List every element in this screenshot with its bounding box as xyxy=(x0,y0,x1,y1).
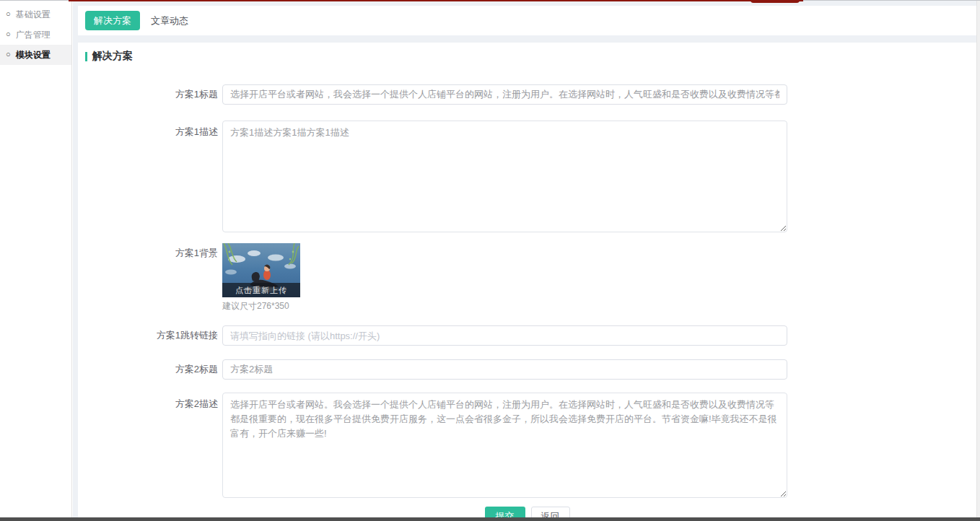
top-red-line xyxy=(69,0,803,1)
reupload-overlay-button[interactable]: 点击重新上传 xyxy=(222,283,300,297)
plan1-link-row: 方案1跳转链接 xyxy=(78,325,976,346)
plan1-title-input[interactable] xyxy=(222,84,787,105)
section-title: 解决方案 xyxy=(92,50,133,63)
sidebar: ○ 基础设置 ○ 广告管理 ○ 模块设置 xyxy=(0,1,72,521)
section-accent-bar xyxy=(85,52,87,61)
plan1-bg-upload[interactable]: 点击重新上传 xyxy=(222,243,300,297)
window-bottom-edge xyxy=(0,517,980,521)
plan1-bg-row: 方案1背景 xyxy=(78,243,976,312)
radio-circle-icon: ○ xyxy=(6,10,11,18)
plan1-title-label: 方案1标题 xyxy=(78,84,222,105)
page: ○ 基础设置 ○ 广告管理 ○ 模块设置 解决方案 文章动态 解决方案 方案1标… xyxy=(0,0,980,521)
top-red-blob xyxy=(751,0,800,3)
form-footer: 提交 返回 xyxy=(78,507,976,517)
main-content: 解决方案 文章动态 解决方案 方案1标题 方案1描述 方案1描述方案1描方案1描… xyxy=(73,1,976,521)
submit-button[interactable]: 提交 xyxy=(485,507,525,517)
plan1-bg-field: 点击重新上传 建议尺寸276*350 xyxy=(222,243,300,312)
tab-bar: 解决方案 文章动态 xyxy=(78,6,976,35)
sidebar-item-label: 模块设置 xyxy=(16,49,51,61)
plan1-link-label: 方案1跳转链接 xyxy=(78,325,222,346)
sidebar-item-basic-settings[interactable]: ○ 基础设置 xyxy=(0,4,71,25)
sidebar-item-label: 广告管理 xyxy=(16,29,51,41)
radio-circle-icon: ○ xyxy=(6,51,11,58)
vertical-scrollbar[interactable] xyxy=(976,0,980,521)
plan2-title-label: 方案2标题 xyxy=(78,359,222,380)
plan2-desc-label: 方案2描述 xyxy=(78,393,222,498)
plan2-desc-textarea[interactable]: 选择开店平台或者网站。我会选择一个提供个人店铺平台的网站，注册为用户。在选择网站… xyxy=(222,393,787,498)
plan1-title-row: 方案1标题 xyxy=(78,84,976,105)
tab-solutions[interactable]: 解决方案 xyxy=(85,11,140,30)
plan1-desc-row: 方案1描述 方案1描述方案1描方案1描述 xyxy=(78,121,976,232)
size-hint: 建议尺寸276*350 xyxy=(222,300,300,312)
plan2-desc-row: 方案2描述 选择开店平台或者网站。我会选择一个提供个人店铺平台的网站，注册为用户… xyxy=(78,393,976,498)
plan1-desc-textarea[interactable]: 方案1描述方案1描方案1描述 xyxy=(222,121,787,232)
form-panel: 解决方案 方案1标题 方案1描述 方案1描述方案1描方案1描述 方案1背景 xyxy=(78,43,976,517)
plan2-title-row: 方案2标题 xyxy=(78,359,976,380)
plan2-title-input[interactable] xyxy=(222,359,787,380)
plan1-bg-label: 方案1背景 xyxy=(78,243,222,312)
tab-articles[interactable]: 文章动态 xyxy=(151,14,188,27)
back-button[interactable]: 返回 xyxy=(531,507,570,517)
section-header: 解决方案 xyxy=(78,43,976,63)
sidebar-item-module-settings[interactable]: ○ 模块设置 xyxy=(0,45,71,65)
sidebar-item-ad-management[interactable]: ○ 广告管理 xyxy=(0,25,71,45)
sidebar-item-label: 基础设置 xyxy=(16,9,51,21)
plan1-link-input[interactable] xyxy=(222,325,787,346)
plan1-desc-label: 方案1描述 xyxy=(78,121,222,232)
radio-circle-icon: ○ xyxy=(6,30,11,38)
